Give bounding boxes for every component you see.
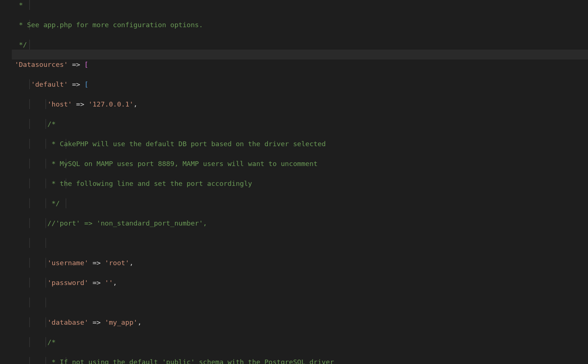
config-key-password: 'password' [47, 279, 88, 286]
config-key-database: 'database' [47, 318, 88, 326]
code-comment: //'port' => 'non_standard_port_number', [47, 219, 207, 227]
config-key-username: 'username' [47, 259, 88, 267]
config-val-database: 'my_app' [105, 318, 137, 326]
code-comment: * If not using the default 'public' sche… [47, 358, 334, 364]
code-comment: */ [15, 41, 27, 48]
code-comment: /* [47, 338, 55, 346]
code-comment: * [15, 1, 23, 9]
code-comment: * See app.php for more configuration opt… [15, 21, 203, 29]
config-val-username: 'root' [105, 259, 129, 267]
code-body[interactable]: * * See app.php for more configuration o… [0, 0, 588, 364]
bracket-open: [ [84, 80, 88, 88]
config-val-password: '' [105, 279, 113, 286]
code-comment: * MySQL on MAMP uses port 8889, MAMP use… [47, 160, 318, 167]
code-comment: * CakePHP will use the default DB port b… [47, 140, 326, 148]
config-key-datasources: 'Datasources' [15, 61, 68, 68]
config-key-host: 'host' [47, 100, 72, 108]
bracket-open: [ [84, 61, 88, 68]
code-comment: */ [47, 199, 60, 207]
config-key-default: 'default' [31, 80, 68, 88]
code-comment: * the following line and set the port ac… [47, 180, 252, 187]
config-val-host: '127.0.0.1' [89, 100, 134, 108]
code-comment: /* [47, 120, 55, 128]
code-editor[interactable]: * * See app.php for more configuration o… [0, 0, 588, 364]
